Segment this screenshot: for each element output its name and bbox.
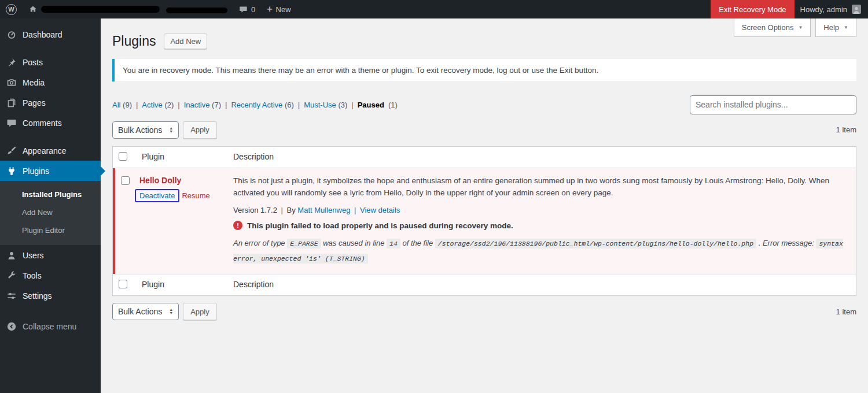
- submenu-installed-plugins[interactable]: Installed Plugins: [0, 186, 101, 203]
- sidebar-item-label: Settings: [23, 291, 52, 301]
- sidebar-item-media[interactable]: Media: [0, 72, 101, 92]
- sidebar-item-users[interactable]: Users: [0, 245, 101, 265]
- collapse-arrow-icon: [6, 321, 17, 332]
- error-icon: !: [233, 221, 242, 230]
- plugin-status-filters: All (9)| Active (2)| Inactive (7)| Recen…: [112, 101, 398, 109]
- select-all-checkbox[interactable]: [119, 152, 127, 161]
- sidebar-item-dashboard[interactable]: Dashboard: [0, 24, 101, 45]
- new-label: New: [276, 5, 291, 14]
- error-type-code: E_PARSE: [287, 239, 321, 249]
- meta-separator: |: [281, 206, 283, 214]
- tablenav-top: Bulk Actions ▲▼ Apply 1 item: [112, 121, 856, 139]
- wordpress-logo[interactable]: W: [0, 0, 23, 18]
- filter-separator: |: [225, 101, 227, 109]
- bulk-actions-select[interactable]: Bulk Actions ▲▼: [112, 121, 179, 139]
- submenu-add-new[interactable]: Add New: [0, 203, 101, 221]
- sidebar-item-tools[interactable]: Tools: [0, 265, 101, 286]
- sidebar-item-appearance[interactable]: Appearance: [0, 140, 101, 161]
- sidebar-item-label: Posts: [23, 58, 43, 67]
- table-header-row: Plugin Description: [113, 147, 856, 168]
- error-line-code: 14: [387, 239, 400, 249]
- sidebar-item-comments[interactable]: Comments: [0, 113, 101, 133]
- select-arrows-icon: ▲▼: [169, 308, 173, 315]
- redacted-site-name: [166, 8, 227, 13]
- filter-separator: |: [136, 101, 138, 109]
- bulk-actions-select-bottom[interactable]: Bulk Actions ▲▼: [112, 303, 179, 320]
- admin-bar-comments[interactable]: 0: [233, 0, 261, 18]
- plug-icon: [6, 166, 17, 176]
- select-all-checkbox-bottom[interactable]: [119, 280, 127, 288]
- filter-all[interactable]: All (9): [112, 101, 132, 109]
- sidebar-item-label: Tools: [23, 271, 42, 280]
- error-file-path-code: /storage/ssd2/196/11388196/public_html/w…: [435, 239, 756, 249]
- sliders-icon: [6, 291, 17, 301]
- sidebar-item-label: Media: [23, 78, 45, 87]
- users-icon: [6, 250, 17, 261]
- avatar: [852, 5, 861, 14]
- sidebar-item-pages[interactable]: Pages: [0, 92, 101, 113]
- search-plugins-input[interactable]: [690, 95, 856, 114]
- bulk-actions-label: Bulk Actions: [118, 125, 162, 135]
- apply-button-bottom[interactable]: Apply: [183, 303, 217, 320]
- filter-inactive[interactable]: Inactive (7): [184, 101, 221, 109]
- table-footer-row: Plugin Description: [113, 274, 856, 295]
- site-name-link[interactable]: [23, 0, 233, 18]
- sidebar-item-settings[interactable]: Settings: [0, 286, 101, 306]
- plugin-row-hello-dolly: Hello Dolly DeactivateResume This is not…: [113, 168, 856, 275]
- screen-options-button[interactable]: Screen Options ▼: [734, 18, 811, 37]
- admin-sidebar: Dashboard Posts Media Pages Comments App…: [0, 18, 101, 393]
- error-text: An error of type: [233, 239, 285, 247]
- submenu-plugin-editor[interactable]: Plugin Editor: [0, 221, 101, 239]
- exit-recovery-mode-button[interactable]: Exit Recovery Mode: [711, 0, 794, 18]
- plugin-title-cell: Hello Dolly DeactivateResume: [136, 168, 227, 275]
- meta-separator: |: [354, 206, 356, 214]
- sidebar-item-label: Users: [23, 251, 44, 260]
- collapse-menu-button[interactable]: Collapse menu: [0, 316, 101, 336]
- author-link[interactable]: Matt Mullenweg: [297, 206, 350, 214]
- error-text: was caused in line: [323, 239, 384, 247]
- by-label: By: [287, 206, 296, 214]
- description-column-header: Description: [227, 147, 856, 168]
- plugin-row-checkbox[interactable]: [121, 176, 130, 185]
- chevron-down-icon: ▼: [844, 25, 848, 30]
- error-text: of the file: [402, 239, 433, 247]
- sidebar-item-label: Pages: [23, 98, 46, 107]
- error-detail: An error of type E_PARSE was caused in l…: [233, 236, 848, 266]
- plugins-table: Plugin Description Hello Dolly Deactivat…: [112, 146, 856, 296]
- admin-bar-account-menu[interactable]: Howdy, admin: [795, 0, 868, 18]
- menu-separator: [0, 133, 101, 140]
- deactivate-link[interactable]: Deactivate: [139, 191, 175, 200]
- dashboard-icon: [6, 29, 17, 40]
- plugin-description-cell: This is not just a plugin, it symbolizes…: [227, 168, 856, 275]
- admin-bar-new-button[interactable]: + New: [261, 0, 296, 18]
- plugins-page: Screen Options ▼ Help ▼ Plugins Add New …: [101, 18, 868, 334]
- description-column-footer: Description: [227, 275, 856, 295]
- plugin-row-actions: DeactivateResume: [139, 189, 222, 202]
- plus-icon: +: [267, 5, 272, 14]
- wordpress-logo-icon: W: [6, 4, 17, 15]
- sidebar-item-posts[interactable]: Posts: [0, 52, 101, 72]
- wrench-icon: [6, 270, 17, 281]
- filter-paused-current: Paused (1): [358, 101, 398, 109]
- pages-icon: [6, 98, 17, 108]
- add-new-plugin-button[interactable]: Add New: [164, 34, 207, 49]
- item-count: 1 item: [836, 125, 856, 134]
- recovery-mode-notice: You are in recovery mode. This means the…: [112, 59, 856, 81]
- screen-options-label: Screen Options: [742, 23, 794, 32]
- camera-icon: [6, 77, 17, 88]
- deactivate-highlight-box: Deactivate: [135, 189, 179, 202]
- howdy-label: Howdy, admin: [800, 5, 847, 14]
- recovery-mode-notice-text: You are in recovery mode. This means the…: [123, 66, 848, 75]
- sidebar-item-plugins[interactable]: Plugins: [0, 161, 101, 181]
- sidebar-item-label: Plugins: [23, 166, 49, 176]
- plugin-column-header: Plugin: [136, 147, 227, 168]
- chevron-down-icon: ▼: [798, 25, 803, 30]
- filter-must-use[interactable]: Must-Use (3): [304, 101, 347, 109]
- bulk-actions-label: Bulk Actions: [118, 307, 162, 316]
- filter-recently-active[interactable]: Recently Active (6): [231, 101, 293, 109]
- filter-active[interactable]: Active (2): [142, 101, 174, 109]
- resume-link[interactable]: Resume: [182, 191, 209, 200]
- view-details-link[interactable]: View details: [360, 206, 400, 214]
- apply-button[interactable]: Apply: [183, 121, 217, 139]
- help-button[interactable]: Help ▼: [815, 18, 856, 37]
